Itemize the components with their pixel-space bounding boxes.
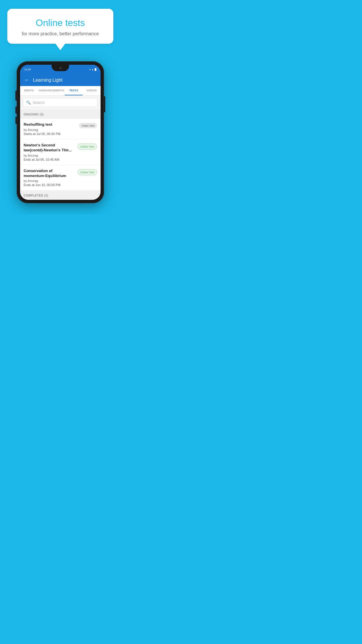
test-author: by Anurag: [24, 154, 75, 157]
test-time: Ends at Jun 10, 06:00 PM: [24, 183, 75, 187]
status-bar: 14:29 ▾ ▲ ▉: [20, 65, 101, 74]
test-item[interactable]: Newton's Second law(contd)-Newton's Thir…: [20, 139, 101, 165]
online-test-badge: Online Test: [78, 144, 97, 150]
volume-down-button: [15, 117, 17, 124]
signal-icon: ▲: [92, 68, 94, 71]
status-icons: ▾ ▲ ▉: [89, 68, 96, 71]
speech-bubble-subtitle: for more practice, better performance: [13, 31, 108, 36]
speech-bubble-container: Online tests for more practice, better p…: [0, 0, 121, 47]
test-author: by Anurag: [24, 128, 77, 132]
test-item-info: Reshuffling test by Anurag Starts at Jul…: [24, 122, 77, 136]
phone-outer: 14:29 ▾ ▲ ▉ ← Learning Light MENTS: [17, 61, 104, 203]
test-item[interactable]: Conservation of momentum-Equilibrium by …: [20, 165, 101, 191]
test-name: Conservation of momentum-Equilibrium: [24, 169, 75, 178]
ongoing-section-header: ONGOING (3): [20, 109, 101, 119]
back-button[interactable]: ←: [24, 77, 29, 83]
tab-announcements[interactable]: ANNOUNCEMENTS: [38, 86, 65, 95]
app-title: Learning Light: [33, 78, 62, 83]
phone-mockup: 14:29 ▾ ▲ ▉ ← Learning Light MENTS: [14, 61, 107, 203]
tab-ments[interactable]: MENTS: [20, 86, 38, 95]
test-item[interactable]: Reshuffling test by Anurag Starts at Jul…: [20, 119, 101, 139]
ongoing-section-label: ONGOING (3): [24, 113, 44, 116]
class-test-badge: Class Test: [79, 123, 97, 128]
test-time: Starts at Jul 05, 05:45 PM: [24, 132, 77, 136]
notch: [52, 65, 69, 71]
search-bar[interactable]: 🔍 Search: [23, 98, 98, 107]
tab-videos[interactable]: VIDEOS: [82, 86, 101, 95]
completed-section-label: COMPLETED (1): [24, 194, 48, 197]
test-item-info: Conservation of momentum-Equilibrium by …: [24, 169, 75, 187]
online-test-badge: Online Test: [78, 169, 97, 175]
battery-icon: ▉: [95, 68, 96, 71]
speech-bubble: Online tests for more practice, better p…: [7, 9, 113, 44]
search-placeholder: Search: [33, 100, 45, 105]
status-time: 14:29: [24, 68, 31, 71]
tab-tests[interactable]: TESTS: [65, 86, 83, 95]
volume-up-button: [15, 106, 17, 114]
test-item-info: Newton's Second law(contd)-Newton's Thir…: [24, 143, 75, 161]
speech-bubble-title: Online tests: [13, 18, 108, 28]
test-name: Newton's Second law(contd)-Newton's Thir…: [24, 143, 75, 153]
app-header: ← Learning Light: [20, 74, 101, 86]
search-icon: 🔍: [26, 100, 31, 105]
test-author: by Anurag: [24, 179, 75, 183]
search-container: 🔍 Search: [20, 96, 101, 109]
tabs-container: MENTS ANNOUNCEMENTS TESTS VIDEOS: [20, 86, 101, 96]
test-time: Ends at Jul 06, 10:45 AM: [24, 158, 75, 161]
wifi-icon: ▾: [89, 68, 91, 71]
test-list: Reshuffling test by Anurag Starts at Jul…: [20, 119, 101, 190]
test-name: Reshuffling test: [24, 122, 77, 127]
phone-screen: 14:29 ▾ ▲ ▉ ← Learning Light MENTS: [20, 65, 101, 200]
front-camera: [59, 67, 61, 69]
completed-section-header: COMPLETED (1): [20, 190, 101, 200]
